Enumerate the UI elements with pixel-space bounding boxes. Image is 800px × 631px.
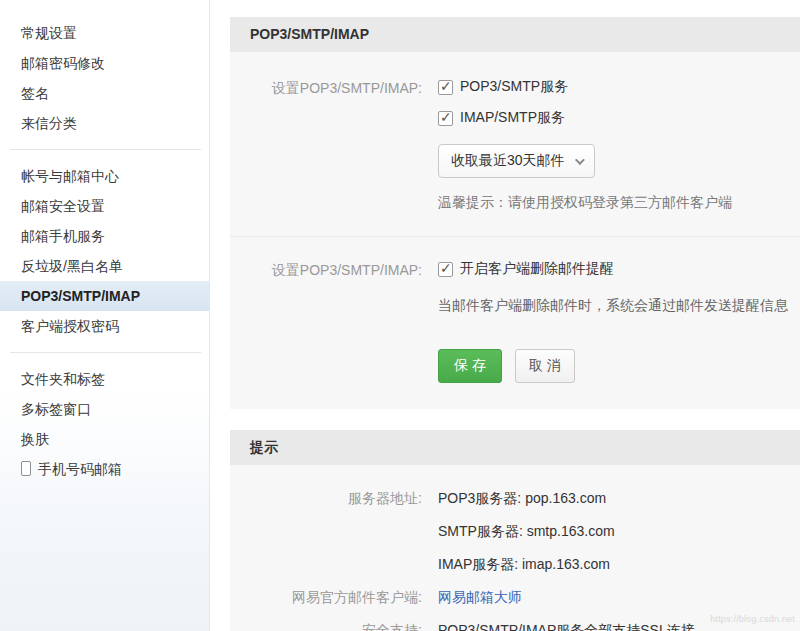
fetch-range-dropdown-value: 收取最近30天邮件 [451, 152, 565, 170]
security-support-label: 安全支持: [230, 622, 422, 631]
server-address-label: 服务器地址: [230, 490, 422, 508]
sidebar-item-mail-classification[interactable]: 来信分类 [0, 108, 209, 138]
delete-reminder-label: 开启客户端删除邮件提醒 [460, 260, 614, 278]
sidebar-item-folders-tags[interactable]: 文件夹和标签 [0, 364, 209, 394]
ssl-support-value: POP3/SMTP/IMAP服务全部支持SSL连接 [438, 622, 695, 631]
imap-server-value: IMAP服务器: imap.163.com [438, 556, 610, 574]
delete-reminder-note: 当邮件客户端删除邮件时，系统会通过邮件发送提醒信息 [438, 297, 788, 315]
pop3-server-value: POP3服务器: pop.163.com [438, 490, 606, 508]
sidebar-item-label: 手机号码邮箱 [38, 461, 122, 477]
section-divider [230, 236, 800, 237]
smtp-server-row: SMTP服务器: smtp.163.com [230, 523, 800, 541]
sidebar-item-mobile-services[interactable]: 邮箱手机服务 [0, 221, 209, 251]
official-client-label: 网易官方邮件客户端: [230, 589, 422, 607]
settings-card-title: POP3/SMTP/IMAP [230, 17, 800, 52]
imap-smtp-service-label: IMAP/SMTP服务 [460, 109, 565, 127]
service-section-label: 设置POP3/SMTP/IMAP: [230, 78, 422, 98]
sidebar-item-mobile-number-mailbox[interactable]: 手机号码邮箱 [0, 454, 209, 484]
server-address-row: 服务器地址: POP3服务器: pop.163.com [230, 490, 800, 508]
smtp-server-value: SMTP服务器: smtp.163.com [438, 523, 615, 541]
chevron-down-icon [575, 155, 585, 165]
sidebar-item-password-change[interactable]: 邮箱密码修改 [0, 48, 209, 78]
delete-reminder-checkbox-row[interactable]: 开启客户端删除邮件提醒 [438, 260, 788, 278]
official-client-row: 网易官方邮件客户端: 网易邮箱大师 [230, 589, 800, 607]
csdn-watermark: https://blog.csdn.net [710, 614, 795, 624]
service-toggle-section: 设置POP3/SMTP/IMAP: POP3/SMTP服务 IMAP/SMTP服… [230, 52, 800, 212]
pop3-smtp-service-checkbox[interactable] [438, 80, 453, 95]
sidebar-item-skin[interactable]: 换肤 [0, 424, 209, 454]
imap-smtp-service-checkbox[interactable] [438, 111, 453, 126]
sidebar-divider [10, 149, 201, 150]
sidebar-item-multitab-window[interactable]: 多标签窗口 [0, 394, 209, 424]
imap-smtp-service-checkbox-row[interactable]: IMAP/SMTP服务 [438, 109, 732, 127]
delete-reminder-checkbox[interactable] [438, 262, 453, 277]
sidebar-item-account-center[interactable]: 帐号与邮箱中心 [0, 161, 209, 191]
sidebar-item-antispam-blacklist[interactable]: 反垃圾/黑白名单 [0, 251, 209, 281]
fetch-range-dropdown[interactable]: 收取最近30天邮件 [438, 144, 595, 178]
sidebar-item-signature[interactable]: 签名 [0, 78, 209, 108]
sidebar-item-pop3-smtp-imap[interactable]: POP3/SMTP/IMAP [0, 281, 209, 311]
settings-sidebar: 常规设置 邮箱密码修改 签名 来信分类 帐号与邮箱中心 邮箱安全设置 邮箱手机服… [0, 0, 210, 631]
cancel-button[interactable]: 取 消 [515, 349, 575, 383]
pop3-smtp-service-checkbox-row[interactable]: POP3/SMTP服务 [438, 78, 732, 96]
sidebar-item-security-settings[interactable]: 邮箱安全设置 [0, 191, 209, 221]
pop3-smtp-imap-settings-card: POP3/SMTP/IMAP 设置POP3/SMTP/IMAP: POP3/SM… [230, 17, 800, 409]
sidebar-item-general-settings[interactable]: 常规设置 [0, 18, 209, 48]
hint-card: 提示 服务器地址: POP3服务器: pop.163.com SMTP服务器: … [230, 430, 800, 631]
pop3-smtp-service-label: POP3/SMTP服务 [460, 78, 568, 96]
form-actions: 保 存 取 消 [230, 315, 800, 409]
phone-icon [21, 461, 31, 476]
authorization-code-tip: 温馨提示：请使用授权码登录第三方邮件客户端 [438, 192, 732, 212]
sidebar-divider [10, 352, 201, 353]
hint-card-title: 提示 [230, 430, 800, 465]
main-content: POP3/SMTP/IMAP 设置POP3/SMTP/IMAP: POP3/SM… [210, 0, 800, 631]
mail-master-link[interactable]: 网易邮箱大师 [438, 589, 522, 605]
imap-server-row: IMAP服务器: imap.163.com [230, 556, 800, 574]
sidebar-item-client-auth-password[interactable]: 客户端授权密码 [0, 311, 209, 341]
delete-reminder-section-label: 设置POP3/SMTP/IMAP: [230, 260, 422, 280]
save-button[interactable]: 保 存 [438, 349, 502, 383]
delete-reminder-section: 设置POP3/SMTP/IMAP: 开启客户端删除邮件提醒 当邮件客户端删除邮件… [230, 260, 800, 315]
